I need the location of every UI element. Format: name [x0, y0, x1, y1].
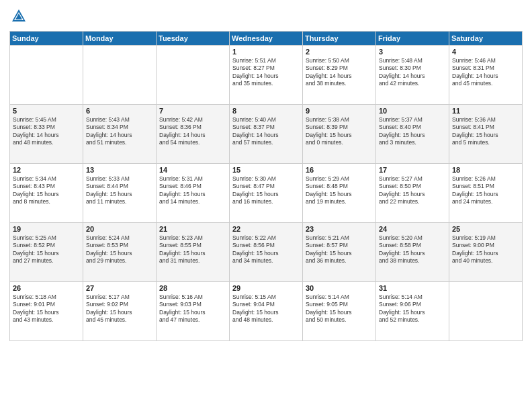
calendar-cell: 14Sunrise: 5:31 AM Sunset: 8:46 PM Dayli…	[157, 164, 230, 223]
cell-info: Sunrise: 5:14 AM Sunset: 9:06 PM Dayligh…	[379, 293, 446, 324]
day-number: 25	[452, 225, 519, 233]
calendar-cell: 16Sunrise: 5:29 AM Sunset: 8:48 PM Dayli…	[303, 164, 376, 223]
cell-info: Sunrise: 5:30 AM Sunset: 8:47 PM Dayligh…	[232, 175, 300, 206]
cell-info: Sunrise: 5:16 AM Sunset: 9:03 PM Dayligh…	[159, 293, 226, 324]
day-number: 8	[232, 107, 300, 115]
cell-info: Sunrise: 5:29 AM Sunset: 8:48 PM Dayligh…	[306, 175, 373, 206]
day-number: 15	[232, 166, 300, 174]
col-header-wednesday: Wednesday	[230, 32, 303, 46]
cell-info: Sunrise: 5:38 AM Sunset: 8:39 PM Dayligh…	[306, 116, 373, 147]
calendar-cell: 6Sunrise: 5:43 AM Sunset: 8:34 PM Daylig…	[83, 105, 157, 164]
calendar-cell: 21Sunrise: 5:23 AM Sunset: 8:55 PM Dayli…	[157, 223, 230, 282]
day-number: 21	[159, 225, 226, 233]
cell-info: Sunrise: 5:40 AM Sunset: 8:37 PM Dayligh…	[232, 116, 300, 147]
col-header-friday: Friday	[376, 32, 449, 46]
cell-info: Sunrise: 5:31 AM Sunset: 8:46 PM Dayligh…	[159, 175, 226, 206]
cell-info: Sunrise: 5:48 AM Sunset: 8:30 PM Dayligh…	[379, 57, 446, 88]
calendar-cell: 22Sunrise: 5:22 AM Sunset: 8:56 PM Dayli…	[230, 223, 303, 282]
day-number: 23	[306, 225, 373, 233]
calendar-cell	[449, 282, 523, 341]
calendar-cell	[83, 46, 157, 105]
day-number: 7	[159, 107, 226, 115]
col-header-monday: Monday	[83, 32, 157, 46]
calendar-week-5: 26Sunrise: 5:18 AM Sunset: 9:01 PM Dayli…	[10, 282, 523, 341]
calendar-cell: 24Sunrise: 5:20 AM Sunset: 8:58 PM Dayli…	[376, 223, 449, 282]
day-number: 3	[379, 48, 446, 56]
calendar-cell: 10Sunrise: 5:37 AM Sunset: 8:40 PM Dayli…	[376, 105, 449, 164]
day-number: 30	[306, 284, 373, 292]
day-number: 14	[159, 166, 226, 174]
cell-info: Sunrise: 5:37 AM Sunset: 8:40 PM Dayligh…	[379, 116, 446, 147]
day-number: 26	[13, 284, 80, 292]
calendar-cell: 1Sunrise: 5:51 AM Sunset: 8:27 PM Daylig…	[230, 46, 303, 105]
cell-info: Sunrise: 5:36 AM Sunset: 8:41 PM Dayligh…	[452, 116, 519, 147]
cell-info: Sunrise: 5:45 AM Sunset: 8:33 PM Dayligh…	[13, 116, 80, 147]
day-number: 16	[306, 166, 373, 174]
cell-info: Sunrise: 5:15 AM Sunset: 9:04 PM Dayligh…	[232, 293, 300, 324]
cell-info: Sunrise: 5:43 AM Sunset: 8:34 PM Dayligh…	[86, 116, 153, 147]
calendar-cell	[157, 46, 230, 105]
calendar-cell: 13Sunrise: 5:33 AM Sunset: 8:44 PM Dayli…	[83, 164, 157, 223]
cell-info: Sunrise: 5:42 AM Sunset: 8:36 PM Dayligh…	[159, 116, 226, 147]
day-number: 1	[232, 48, 300, 56]
calendar-cell: 11Sunrise: 5:36 AM Sunset: 8:41 PM Dayli…	[449, 105, 523, 164]
day-number: 2	[306, 48, 373, 56]
calendar-week-3: 12Sunrise: 5:34 AM Sunset: 8:43 PM Dayli…	[10, 164, 523, 223]
day-number: 9	[306, 107, 373, 115]
calendar-cell: 25Sunrise: 5:19 AM Sunset: 9:00 PM Dayli…	[449, 223, 523, 282]
col-header-tuesday: Tuesday	[157, 32, 230, 46]
calendar-cell: 12Sunrise: 5:34 AM Sunset: 8:43 PM Dayli…	[10, 164, 83, 223]
cell-info: Sunrise: 5:19 AM Sunset: 9:00 PM Dayligh…	[452, 234, 519, 265]
day-number: 18	[452, 166, 519, 174]
logo	[9, 7, 31, 26]
day-number: 20	[86, 225, 153, 233]
cell-info: Sunrise: 5:25 AM Sunset: 8:52 PM Dayligh…	[13, 234, 80, 265]
calendar-cell: 3Sunrise: 5:48 AM Sunset: 8:30 PM Daylig…	[376, 46, 449, 105]
cell-info: Sunrise: 5:21 AM Sunset: 8:57 PM Dayligh…	[306, 234, 373, 265]
calendar-cell: 30Sunrise: 5:14 AM Sunset: 9:05 PM Dayli…	[303, 282, 376, 341]
calendar-cell	[10, 46, 83, 105]
calendar-cell: 8Sunrise: 5:40 AM Sunset: 8:37 PM Daylig…	[230, 105, 303, 164]
cell-info: Sunrise: 5:27 AM Sunset: 8:50 PM Dayligh…	[379, 175, 446, 206]
cell-info: Sunrise: 5:46 AM Sunset: 8:31 PM Dayligh…	[452, 57, 519, 88]
col-header-thursday: Thursday	[303, 32, 376, 46]
cell-info: Sunrise: 5:23 AM Sunset: 8:55 PM Dayligh…	[159, 234, 226, 265]
calendar-week-4: 19Sunrise: 5:25 AM Sunset: 8:52 PM Dayli…	[10, 223, 523, 282]
col-header-sunday: Sunday	[10, 32, 83, 46]
day-number: 27	[86, 284, 153, 292]
day-number: 4	[452, 48, 519, 56]
day-number: 19	[13, 225, 80, 233]
col-header-saturday: Saturday	[449, 32, 523, 46]
day-number: 10	[379, 107, 446, 115]
calendar-cell: 26Sunrise: 5:18 AM Sunset: 9:01 PM Dayli…	[10, 282, 83, 341]
calendar-cell: 23Sunrise: 5:21 AM Sunset: 8:57 PM Dayli…	[303, 223, 376, 282]
cell-info: Sunrise: 5:26 AM Sunset: 8:51 PM Dayligh…	[452, 175, 519, 206]
page: SundayMondayTuesdayWednesdayThursdayFrid…	[0, 0, 532, 411]
calendar-cell: 18Sunrise: 5:26 AM Sunset: 8:51 PM Dayli…	[449, 164, 523, 223]
calendar-table: SundayMondayTuesdayWednesdayThursdayFrid…	[9, 31, 523, 341]
calendar-cell: 17Sunrise: 5:27 AM Sunset: 8:50 PM Dayli…	[376, 164, 449, 223]
calendar-cell: 31Sunrise: 5:14 AM Sunset: 9:06 PM Dayli…	[376, 282, 449, 341]
calendar-header-row: SundayMondayTuesdayWednesdayThursdayFrid…	[10, 32, 523, 46]
day-number: 24	[379, 225, 446, 233]
day-number: 11	[452, 107, 519, 115]
calendar-cell: 9Sunrise: 5:38 AM Sunset: 8:39 PM Daylig…	[303, 105, 376, 164]
cell-info: Sunrise: 5:18 AM Sunset: 9:01 PM Dayligh…	[13, 293, 80, 324]
cell-info: Sunrise: 5:34 AM Sunset: 8:43 PM Dayligh…	[13, 175, 80, 206]
calendar-cell: 28Sunrise: 5:16 AM Sunset: 9:03 PM Dayli…	[157, 282, 230, 341]
calendar-cell: 29Sunrise: 5:15 AM Sunset: 9:04 PM Dayli…	[230, 282, 303, 341]
day-number: 5	[13, 107, 80, 115]
cell-info: Sunrise: 5:50 AM Sunset: 8:29 PM Dayligh…	[306, 57, 373, 88]
cell-info: Sunrise: 5:20 AM Sunset: 8:58 PM Dayligh…	[379, 234, 446, 265]
cell-info: Sunrise: 5:22 AM Sunset: 8:56 PM Dayligh…	[232, 234, 300, 265]
day-number: 28	[159, 284, 226, 292]
cell-info: Sunrise: 5:14 AM Sunset: 9:05 PM Dayligh…	[306, 293, 373, 324]
cell-info: Sunrise: 5:24 AM Sunset: 8:53 PM Dayligh…	[86, 234, 153, 265]
day-number: 6	[86, 107, 153, 115]
day-number: 31	[379, 284, 446, 292]
cell-info: Sunrise: 5:51 AM Sunset: 8:27 PM Dayligh…	[232, 57, 300, 88]
header	[9, 7, 523, 26]
calendar-week-1: 1Sunrise: 5:51 AM Sunset: 8:27 PM Daylig…	[10, 46, 523, 105]
day-number: 12	[13, 166, 80, 174]
calendar-week-2: 5Sunrise: 5:45 AM Sunset: 8:33 PM Daylig…	[10, 105, 523, 164]
